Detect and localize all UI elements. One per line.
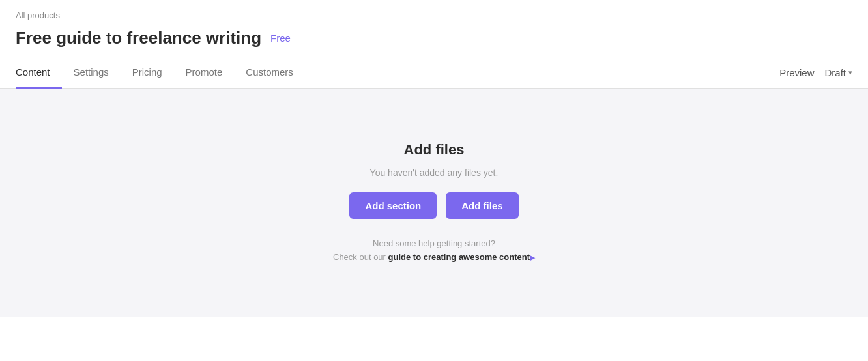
add-files-button[interactable]: Add files <box>446 192 518 219</box>
preview-button[interactable]: Preview <box>779 67 814 78</box>
action-buttons: Add section Add files <box>349 192 518 219</box>
breadcrumb: All products <box>16 10 852 20</box>
help-link[interactable]: guide to creating awesome content <box>388 252 530 262</box>
draft-label: Draft <box>824 67 846 78</box>
empty-state: Add files You haven't added any files ye… <box>333 141 535 265</box>
tab-promote[interactable]: Promote <box>174 57 235 89</box>
tabs-list: Content Settings Pricing Promote Custome… <box>16 57 305 88</box>
help-line1: Need some help getting started? <box>333 237 535 251</box>
empty-state-title: Add files <box>404 141 465 158</box>
tab-content[interactable]: Content <box>16 57 62 89</box>
empty-state-subtitle: You haven't added any files yet. <box>370 167 499 178</box>
free-badge: Free <box>270 33 291 44</box>
tabs-actions: Preview Draft ▾ <box>779 67 852 78</box>
add-section-button[interactable]: Add section <box>349 192 437 219</box>
help-line2: Check out our guide to creating awesome … <box>333 251 535 265</box>
help-link-arrow-icon: ▶ <box>530 253 535 261</box>
chevron-down-icon: ▾ <box>848 68 852 77</box>
tab-customers[interactable]: Customers <box>234 57 305 89</box>
help-prefix: Check out our <box>333 252 388 262</box>
main-content: Add files You haven't added any files ye… <box>0 89 868 317</box>
tabs-bar: Content Settings Pricing Promote Custome… <box>0 57 868 89</box>
page-title: Free guide to freelance writing <box>16 28 261 48</box>
tab-pricing[interactable]: Pricing <box>121 57 174 89</box>
draft-button[interactable]: Draft ▾ <box>824 67 852 78</box>
help-text: Need some help getting started? Check ou… <box>333 237 535 265</box>
tab-settings[interactable]: Settings <box>62 57 121 89</box>
